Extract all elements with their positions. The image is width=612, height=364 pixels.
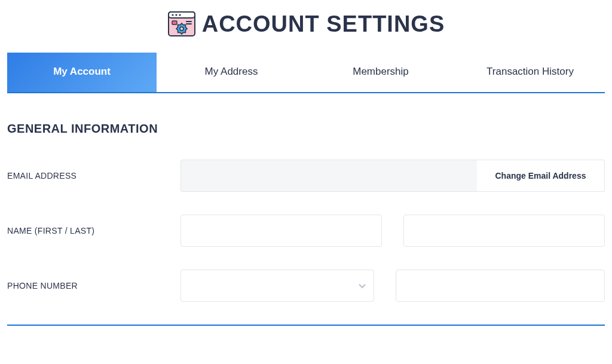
label-email: EMAIL ADDRESS [7,171,180,181]
change-email-button[interactable]: Change Email Address [477,160,605,192]
first-name-field[interactable] [180,215,382,247]
svg-point-4 [179,14,180,16]
last-name-field[interactable] [403,215,605,247]
tab-my-account[interactable]: My Account [7,53,157,92]
page-header: ACCOUNT SETTINGS [7,0,605,53]
page-title: ACCOUNT SETTINGS [202,11,445,37]
svg-point-2 [172,14,173,16]
label-name: NAME (FIRST / LAST) [7,226,180,235]
svg-rect-5 [172,21,177,25]
label-phone: PHONE NUMBER [7,281,180,290]
row-email: EMAIL ADDRESS Change Email Address [7,160,605,192]
svg-point-3 [175,14,177,16]
tab-my-address[interactable]: My Address [157,53,306,92]
tab-bar: My Account My Address Membership Transac… [7,53,605,93]
row-phone: PHONE NUMBER [7,270,605,302]
svg-point-8 [180,27,183,30]
phone-number-field[interactable] [396,270,605,302]
settings-icon [167,11,196,37]
tab-membership[interactable]: Membership [306,53,455,92]
section-general-title: GENERAL INFORMATION [7,122,605,136]
phone-code-select[interactable] [180,270,374,302]
email-field [180,160,477,192]
tab-transaction-history[interactable]: Transaction History [455,53,605,92]
row-name: NAME (FIRST / LAST) [7,215,605,247]
phone-code-select-wrap [180,270,374,302]
section-divider [7,325,605,326]
